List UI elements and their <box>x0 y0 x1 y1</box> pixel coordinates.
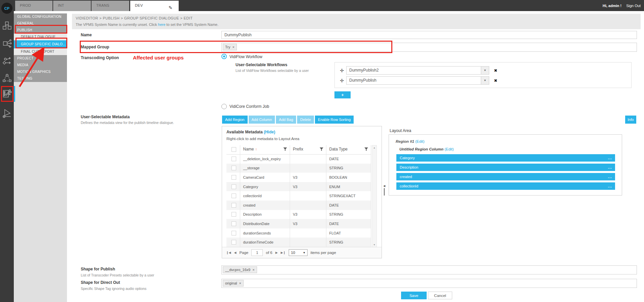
layout-field-collectionid[interactable]: collectionId... <box>396 182 615 190</box>
region-edit-link[interactable]: (Edit) <box>415 139 424 143</box>
nav-item-testing[interactable]: TESTING <box>14 75 67 82</box>
table-row[interactable]: CategoryV3ENUM <box>226 182 371 191</box>
save-button[interactable]: Save <box>401 292 427 299</box>
mapped-group-input[interactable]: Try× <box>221 43 637 52</box>
filter-funnel-icon[interactable] <box>364 147 368 152</box>
flow-arrows-icon[interactable] <box>2 55 12 67</box>
tab-trans[interactable]: TRANS <box>92 1 129 11</box>
column-header-datatype[interactable]: Data Type <box>326 145 371 154</box>
row-checkbox[interactable] <box>231 193 236 198</box>
select-all-checkbox[interactable] <box>231 147 236 152</box>
nav-item-final-cut-export[interactable]: FINAL CUT EXPORT <box>14 48 67 55</box>
nav-list: GLOBAL CONFIGURATIONGENERALPUBLISHDEFAUL… <box>14 13 67 82</box>
add-column-button[interactable]: Add Column <box>249 116 275 124</box>
remove-workflow-icon[interactable]: ✖ <box>494 68 497 73</box>
add-bag-button[interactable]: Add Bag <box>276 116 296 124</box>
row-checkbox[interactable] <box>231 184 236 189</box>
column-header-prefix[interactable]: Prefix <box>290 145 326 154</box>
row-checkbox[interactable] <box>231 231 236 235</box>
layout-field-description[interactable]: Description... <box>396 164 615 171</box>
prev-page-button[interactable]: ◀ <box>234 251 236 254</box>
move-icon[interactable]: ✢ <box>339 68 345 73</box>
column-edit-link[interactable]: (Edit) <box>444 147 454 151</box>
remove-workflow-icon[interactable]: ✖ <box>494 78 497 83</box>
table-row[interactable]: collectionIdSTRINGEXACT <box>226 191 371 201</box>
triangle-network-icon[interactable] <box>2 73 12 84</box>
name-input[interactable] <box>221 31 637 39</box>
row-checkbox[interactable] <box>231 157 236 161</box>
layout-field-created[interactable]: created... <box>396 173 615 180</box>
table-scrollbar[interactable]: ▲▼ <box>372 145 377 247</box>
more-options-icon[interactable]: ... <box>608 154 612 162</box>
row-checkbox[interactable] <box>231 221 236 226</box>
column-header-name[interactable]: Name↑ <box>240 145 290 154</box>
more-options-icon[interactable]: ... <box>608 164 612 171</box>
here-link[interactable]: here <box>158 23 166 27</box>
table-row[interactable]: __storageSTRING <box>226 164 371 173</box>
row-checkbox[interactable] <box>231 240 236 245</box>
row-checkbox[interactable] <box>231 166 236 170</box>
nav-item-motion-graphics[interactable]: MOTION GRAPHICS <box>14 69 67 75</box>
nav-item-project[interactable]: PROJECT <box>14 55 67 62</box>
tab-prod[interactable]: PROD <box>15 1 52 11</box>
add-workflow-button[interactable]: + <box>334 91 351 98</box>
table-row[interactable]: DistributionDateV3DATE <box>226 219 371 228</box>
chevron-down-icon[interactable]: ▼ <box>481 77 489 84</box>
layout-field-category[interactable]: Category... <box>396 154 615 162</box>
nav-item-default-dialogue[interactable]: DEFAULT DIALOGUE <box>14 34 67 40</box>
hide-link[interactable]: (Hide) <box>264 130 275 134</box>
nav-item-publish[interactable]: PUBLISH <box>14 27 67 34</box>
avatar[interactable]: CP <box>1 3 12 14</box>
nav-item-media[interactable]: MEDIA <box>14 62 67 69</box>
move-icon[interactable]: ✢ <box>339 78 345 83</box>
table-row[interactable]: DescriptionV3STRING <box>226 210 371 219</box>
row-checkbox[interactable] <box>231 203 236 208</box>
tag-close-icon[interactable]: × <box>239 281 241 285</box>
first-page-button[interactable]: ❙◀ <box>226 251 231 254</box>
workflow-value: DummyPublish2 <box>349 68 379 73</box>
tab-dev[interactable]: DEV ✎ <box>130 1 179 11</box>
next-page-button[interactable]: ▶ <box>275 251 278 254</box>
vidicore-radio[interactable] <box>221 104 227 109</box>
info-button[interactable]: Info <box>625 116 636 124</box>
filter-funnel-icon[interactable] <box>283 147 287 152</box>
delete-button[interactable]: Delete <box>297 116 314 124</box>
row-checkbox[interactable] <box>231 212 236 217</box>
more-options-icon[interactable]: ... <box>608 182 612 190</box>
table-row[interactable]: CameraCardV3BOOLEAN <box>226 173 371 182</box>
scroll-down-icon[interactable]: ▼ <box>372 244 377 246</box>
page-number-input[interactable] <box>251 249 263 256</box>
tag-close-icon[interactable]: × <box>252 268 254 272</box>
shape-publish-input[interactable]: __dvcpro_16x9× <box>221 265 637 274</box>
page-size-select[interactable]: 10 <box>289 249 308 256</box>
cancel-button[interactable]: Cancel <box>428 292 452 299</box>
signout-link[interactable]: Sign Out <box>626 4 641 8</box>
node-click-icon[interactable] <box>2 38 12 49</box>
nav-item-general[interactable]: GENERAL <box>14 20 67 27</box>
enable-row-sorting-button[interactable]: Enable Row Sorting <box>315 116 354 124</box>
nav-item-group-specific-dialo[interactable]: GROUP SPECIFIC DIALO... <box>14 40 67 48</box>
panel-splitter[interactable]: ◀ <box>383 184 386 198</box>
chevron-down-icon[interactable]: ▼ <box>481 67 489 74</box>
row-checkbox[interactable] <box>231 175 236 180</box>
table-row[interactable]: durationSecondsFLOAT <box>226 228 371 238</box>
tag-close-icon[interactable]: × <box>232 45 234 49</box>
vidiflow-radio[interactable] <box>221 54 227 59</box>
filter-funnel-icon[interactable] <box>320 147 323 152</box>
table-row[interactable]: createdDATE <box>226 201 371 210</box>
pen-icon[interactable]: ✎ <box>169 3 173 13</box>
cubes-icon[interactable] <box>2 20 12 32</box>
table-row[interactable]: __deletion_lock_expiryDATE <box>226 154 371 164</box>
last-page-button[interactable]: ▶❙ <box>281 251 285 254</box>
tab-int[interactable]: INT <box>53 1 91 11</box>
table-row[interactable]: durationTimeCodeSTRING <box>226 238 371 247</box>
video-editor-icon[interactable] <box>2 88 12 99</box>
workflow-select[interactable]: DummyPublish2▼ <box>346 66 489 75</box>
shape-directout-input[interactable]: original× <box>221 279 637 288</box>
add-region-button[interactable]: Add Region <box>222 116 248 124</box>
scroll-up-icon[interactable]: ▲ <box>372 146 377 149</box>
nav-item-global-configuration[interactable]: GLOBAL CONFIGURATION <box>14 13 67 20</box>
workflow-select[interactable]: DummyPublish▼ <box>346 76 489 85</box>
more-options-icon[interactable]: ... <box>608 173 612 180</box>
play-vector-icon[interactable] <box>2 107 12 119</box>
